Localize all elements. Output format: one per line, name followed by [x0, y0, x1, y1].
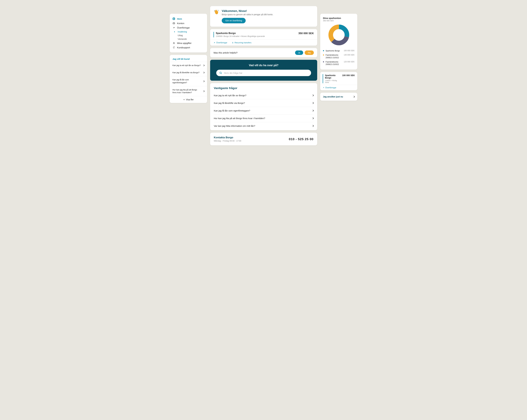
legend-label: Fasträntekonto 200922-210322 [326, 54, 342, 59]
nav-home[interactable]: Hem [172, 16, 205, 21]
faq-main-item[interactable]: Var kan jag hitta information om mitt lå… [214, 122, 314, 130]
nav-sub-pending[interactable]: Väntande [172, 37, 205, 41]
nav-sub-withdraw[interactable]: Uttag [172, 33, 205, 37]
bullet-icon [173, 32, 176, 32]
legend-label: Fasträntekonto 200922-210322 [326, 61, 342, 66]
faq-main-item[interactable]: Kan jag få lånelöfte via Borgo? [214, 99, 314, 107]
account-name: Sparkonto Borgo [325, 74, 340, 79]
welcome-title: Välkommen, Nisse! [222, 10, 273, 13]
chevron-right-icon [353, 96, 355, 98]
faq-main-item[interactable]: Kan jag få lån som egenföretagare? [214, 107, 314, 114]
nav-sub-deposit[interactable]: Insättning [172, 30, 205, 33]
nav-accounts[interactable]: Konton [172, 21, 205, 25]
svg-point-9 [220, 72, 221, 74]
account-meta: 134569•Borgo 24 månader•Nisses långsikti… [216, 35, 296, 37]
legend-dot-icon [323, 61, 324, 62]
faq-sidebar-item[interactable]: Kan jag få lån som egenföretagare? [170, 76, 207, 86]
chevron-right-icon [312, 94, 314, 96]
nav-label: Mina uppgifter [177, 42, 192, 44]
chevron-right-icon [203, 80, 205, 82]
bullet-icon [173, 35, 176, 36]
helpful-yes-button[interactable]: Ja [295, 50, 303, 55]
svg-rect-1 [173, 23, 175, 24]
faq-item-label: Kan jag få lånelöfte via Borgo? [214, 102, 245, 104]
account-balance: 350 000 SEK [298, 32, 314, 37]
legend-label: Sparkonto Borgo [326, 50, 342, 52]
faq-item-label: Kan jag få lån som egenföretagare? [173, 78, 202, 84]
faq-item-label: Hur kan jag lita på att Borgo finns kvar… [173, 88, 202, 94]
account-balance: 100 000 SEK [342, 74, 355, 83]
bullet-icon [173, 39, 176, 40]
support-icon [173, 46, 175, 49]
svg-point-10 [334, 30, 344, 40]
faq-main-item[interactable]: Kan jag ta ett nytt lån av Borgo? [214, 92, 314, 99]
account-transfers-link[interactable]: Överföringar [323, 87, 336, 89]
nav-label: Konton [177, 22, 184, 24]
account-meta: 134567•Rörlig ränta [325, 80, 340, 83]
show-more-button[interactable]: Visa fler [170, 96, 207, 103]
donut-legend: Sparkonto Borgo 100 000 SEK Fasträntekon… [323, 49, 354, 66]
contact-heading: Kontakta Borgo [214, 136, 241, 139]
nav-sub-label: Väntande [178, 38, 187, 40]
legend-dot-icon [323, 55, 324, 55]
account-transfers-link[interactable]: Överföringar [213, 42, 227, 44]
welcome-banner: Välkommen, Nisse! Börja spara nu genom a… [210, 6, 317, 27]
action-label: Recurring transfers [234, 42, 252, 44]
faq-main-item[interactable]: Hur kan jag lita på att Borgo finns kvar… [214, 114, 314, 122]
nav-transfers[interactable]: Överföringar [172, 25, 205, 30]
donut-chart [323, 24, 354, 46]
chevron-right-icon [203, 90, 205, 92]
action-label: Överföringar [325, 87, 336, 89]
faq-main-heading: Vanligaste frågor [214, 87, 314, 90]
faq-sidebar-item[interactable]: Kan jag ta ett nytt lån av Borgo? [170, 62, 207, 69]
account-accent-bar [213, 32, 214, 37]
user-icon [173, 42, 175, 44]
helpful-bar: Was this article helpful? Ja Nej [210, 48, 317, 57]
legend-item: Fasträntekonto 200922-210322 130 000 SEK [323, 53, 354, 60]
savings-overview-card: Dina sparkonton 350 000 SEK Sparkonto Bo… [320, 14, 357, 69]
donut-total: 350 000 SEK [323, 20, 354, 22]
faq-sidebar: Jag vill bli kund Kan jag ta ett nytt lå… [170, 55, 207, 103]
search-input[interactable] [224, 72, 308, 74]
contact-card: Kontakta Borgo Måndag - Fredag 09:00 - 1… [210, 133, 317, 145]
account-accent-bar [323, 74, 323, 83]
helpful-no-button[interactable]: Nej [305, 50, 314, 55]
list-icon [231, 42, 234, 44]
arrow-icon [213, 42, 215, 44]
apply-card[interactable]: Jag ansöker just nu [320, 93, 357, 101]
nav-label: Överföringar [177, 26, 190, 29]
faq-item-label: Kan jag ta ett nytt lån av Borgo? [214, 94, 246, 97]
faq-item-label: Var kan jag hitta information om mitt lå… [214, 125, 255, 127]
legend-value: 130 000 SEK [344, 54, 354, 56]
nav-label: Hem [177, 18, 182, 20]
faq-item-label: Kan jag få lån som egenföretagare? [214, 109, 250, 112]
transfer-button[interactable]: Gör en överföring [222, 18, 246, 23]
contact-hours: Måndag - Fredag 09:00 - 17:00 [214, 140, 241, 142]
legend-value: 100 000 SEK [344, 50, 354, 52]
chevron-right-icon [312, 125, 314, 127]
search-box[interactable] [216, 70, 311, 76]
svg-point-2 [174, 42, 174, 43]
chevron-right-icon [203, 65, 205, 66]
chevron-right-icon [203, 72, 205, 74]
main-nav: Hem Konton Överföringar Insättning U [170, 14, 207, 53]
nav-support[interactable]: Kundsupport [172, 45, 205, 50]
chevron-right-icon [312, 110, 314, 112]
account-name: Sparkonto Borgo [216, 32, 296, 35]
plus-icon [183, 99, 185, 100]
show-more-label: Visa fler [186, 98, 194, 101]
account-recurring-link[interactable]: Recurring transfers [231, 42, 252, 44]
search-icon [219, 72, 222, 74]
chevron-right-icon [312, 117, 314, 119]
nav-profile[interactable]: Mina uppgifter [172, 41, 205, 45]
apply-label: Jag ansöker just nu [323, 96, 343, 98]
transfer-icon [173, 27, 175, 29]
faq-sidebar-item[interactable]: Hur kan jag lita på att Borgo finns kvar… [170, 86, 207, 96]
nav-sub-label: Insättning [178, 31, 187, 33]
nav-sub-label: Uttag [178, 34, 183, 37]
donut-heading: Dina sparkonton [323, 17, 354, 19]
faq-sidebar-item[interactable]: Kan jag få lånelöfte via Borgo? [170, 69, 207, 76]
legend-value: 120 000 SEK [344, 61, 354, 63]
legend-item: Fasträntekonto 200922-210322 120 000 SEK [323, 60, 354, 67]
faq-sidebar-heading: Jag vill bli kund [170, 55, 207, 62]
